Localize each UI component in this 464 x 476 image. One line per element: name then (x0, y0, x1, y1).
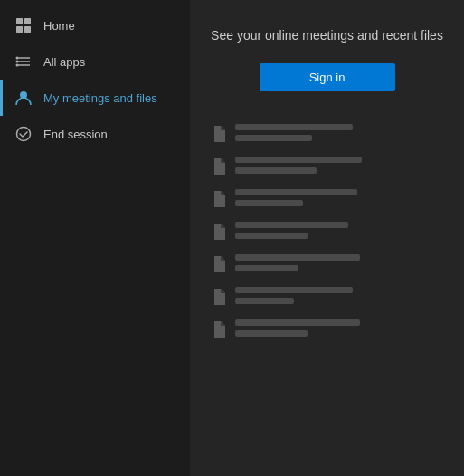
file-icon (212, 289, 226, 305)
sign-in-button[interactable]: Sign in (260, 63, 395, 91)
file-line (235, 157, 362, 163)
sidebar-item-home[interactable]: Home (0, 7, 190, 43)
list-item (208, 149, 446, 182)
list-item (208, 312, 446, 345)
file-list (208, 117, 446, 345)
headline-text: See your online meetings and recent file… (208, 27, 446, 45)
sidebar-item-end-session-label: End session (43, 128, 108, 141)
file-line (235, 319, 360, 326)
file-line (235, 330, 308, 337)
file-line (235, 167, 317, 174)
sidebar-item-all-apps[interactable]: All apps (0, 43, 190, 80)
svg-point-7 (16, 57, 19, 60)
svg-point-8 (16, 61, 19, 63)
file-icon (212, 126, 226, 142)
svg-rect-0 (16, 18, 23, 24)
list-item (208, 214, 446, 247)
file-icon (212, 191, 226, 207)
svg-rect-3 (24, 26, 31, 33)
file-line (235, 135, 312, 141)
sidebar-item-home-label: Home (43, 19, 75, 33)
file-icon (212, 224, 226, 240)
home-icon (14, 16, 33, 34)
file-line (235, 265, 298, 271)
svg-rect-1 (24, 18, 31, 24)
svg-point-9 (16, 64, 19, 67)
file-line (235, 233, 308, 239)
file-line (235, 222, 348, 228)
main-panel: See your online meetings and recent file… (190, 0, 464, 476)
list-item (208, 280, 446, 312)
circle-check-icon (14, 125, 33, 143)
sidebar-item-end-session[interactable]: End session (0, 116, 190, 152)
file-line (235, 254, 360, 261)
file-icon (212, 158, 226, 175)
file-line (235, 124, 353, 130)
svg-point-11 (17, 128, 31, 141)
apps-icon (14, 52, 33, 71)
list-item (208, 247, 446, 280)
file-icon (212, 256, 226, 272)
file-line (235, 287, 353, 293)
sidebar: Home All apps My meetings and files (0, 0, 190, 476)
person-icon (14, 89, 33, 107)
file-line (235, 189, 357, 195)
svg-rect-2 (16, 26, 23, 33)
list-item (208, 117, 446, 149)
sidebar-item-all-apps-label: All apps (43, 55, 85, 69)
list-item (208, 182, 446, 214)
file-icon (212, 321, 226, 338)
sidebar-item-my-meetings-label: My meetings and files (43, 91, 157, 105)
file-line (235, 200, 303, 206)
file-line (235, 298, 294, 304)
sidebar-item-my-meetings[interactable]: My meetings and files (0, 80, 190, 116)
